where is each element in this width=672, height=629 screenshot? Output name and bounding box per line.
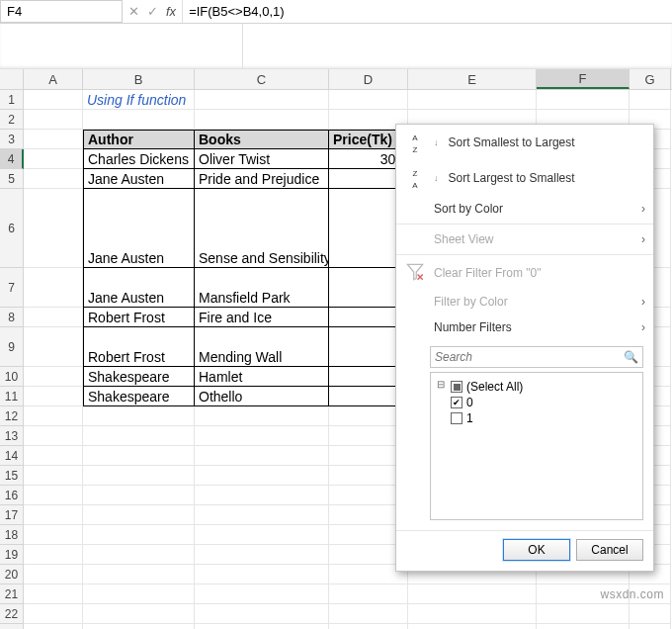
row-header-4[interactable]: 4 xyxy=(0,149,24,169)
sort-desc-item[interactable]: ZA ↓ Sort Largest to Smallest xyxy=(396,160,653,196)
filter-by-color-item: Filter by Color › xyxy=(396,289,653,314)
col-header-B[interactable]: B xyxy=(83,69,195,89)
name-box[interactable]: F4 xyxy=(0,0,123,23)
col-header-E[interactable]: E xyxy=(408,69,537,89)
accept-formula-icon[interactable]: ✓ xyxy=(147,4,158,19)
select-all-corner[interactable] xyxy=(0,69,24,89)
row-header-18[interactable]: 18 xyxy=(0,525,24,545)
filter-value-0[interactable]: 0 xyxy=(437,395,636,410)
filter-search[interactable]: 🔍 xyxy=(430,346,643,368)
checkbox-0[interactable] xyxy=(451,397,462,408)
table-cell[interactable]: Charles Dickens xyxy=(83,149,195,169)
col-header-D[interactable]: D xyxy=(329,69,408,89)
col-header-A[interactable]: A xyxy=(24,69,83,89)
row-header-23[interactable]: 23 xyxy=(0,624,24,629)
row-header-11[interactable]: 11 xyxy=(0,387,24,406)
col-header-G[interactable]: G xyxy=(630,69,671,89)
table-cell[interactable]: Fire and Ice xyxy=(195,308,329,327)
sort-desc-icon: ZA xyxy=(406,166,424,190)
select-all-label: (Select All) xyxy=(466,380,523,394)
number-filters-item[interactable]: Number Filters › xyxy=(396,314,653,340)
chevron-right-icon: › xyxy=(641,295,645,309)
sort-desc-label: Sort Largest to Smallest xyxy=(449,171,575,185)
sheet-view-label: Sheet View xyxy=(434,232,494,246)
checkbox-1[interactable] xyxy=(451,412,462,424)
collapse-icon[interactable] xyxy=(437,382,447,392)
chevron-right-icon: › xyxy=(641,232,645,246)
table-cell[interactable]: Mending Wall xyxy=(195,327,329,367)
sort-asc-item[interactable]: AZ ↓ Sort Smallest to Largest xyxy=(396,125,653,160)
table-cell[interactable]: Pride and Prejudice xyxy=(195,169,329,189)
row-header-15[interactable]: 15 xyxy=(0,466,24,486)
ok-button[interactable]: OK xyxy=(503,539,570,561)
number-filters-label: Number Filters xyxy=(434,320,512,334)
checkbox-select-all[interactable] xyxy=(451,381,462,393)
row-header-13[interactable]: 13 xyxy=(0,426,24,446)
row-header-19[interactable]: 19 xyxy=(0,545,24,565)
row-header-16[interactable]: 16 xyxy=(0,486,24,505)
column-headers: A B C D E F G xyxy=(0,69,672,90)
fx-icon[interactable]: fx xyxy=(166,4,176,19)
sheet-view-item: Sheet View › xyxy=(396,226,653,252)
filter-by-color-label: Filter by Color xyxy=(434,295,508,309)
page-title[interactable]: Using If function xyxy=(83,90,195,110)
table-cell[interactable]: Mansfield Park xyxy=(195,268,329,308)
row-header-7[interactable]: 7 xyxy=(0,268,24,308)
table-cell[interactable]: Jane Austen xyxy=(83,189,195,268)
table-cell[interactable]: Shakespeare xyxy=(83,367,195,387)
row-header-1[interactable]: 1 xyxy=(0,90,24,110)
filter-search-input[interactable] xyxy=(435,350,624,364)
col-header-F[interactable]: F xyxy=(537,69,630,89)
row-header-17[interactable]: 17 xyxy=(0,505,24,525)
row-header-20[interactable]: 20 xyxy=(0,565,24,584)
filter-value-0-label: 0 xyxy=(466,396,473,409)
sort-asc-icon: AZ xyxy=(406,131,424,154)
row-header-10[interactable]: 10 xyxy=(0,367,24,387)
row-header-8[interactable]: 8 xyxy=(0,308,24,327)
table-cell[interactable]: Oliver Twist xyxy=(195,149,329,169)
row-header-22[interactable]: 22 xyxy=(0,604,24,624)
th-books[interactable]: Books xyxy=(195,130,329,149)
clear-filter-label: Clear Filter From "0" xyxy=(434,266,542,280)
row-header-12[interactable]: 12 xyxy=(0,406,24,426)
row-header-3[interactable]: 3 xyxy=(0,130,24,149)
row-headers: 1 2 3 4 5 6 7 8 9 10 11 12 13 14 15 16 1… xyxy=(0,90,24,629)
table-cell[interactable]: Shakespeare xyxy=(83,387,195,406)
row-header-9[interactable]: 9 xyxy=(0,327,24,367)
sort-by-color-item[interactable]: Sort by Color › xyxy=(396,196,653,222)
cancel-button[interactable]: Cancel xyxy=(576,539,643,561)
table-cell[interactable]: Hamlet xyxy=(195,367,329,387)
row-header-14[interactable]: 14 xyxy=(0,446,24,466)
table-cell[interactable]: Jane Austen xyxy=(83,268,195,308)
watermark: wsxdn.com xyxy=(600,587,664,601)
chevron-right-icon: › xyxy=(641,202,645,216)
clear-filter-item: Clear Filter From "0" xyxy=(396,257,653,289)
th-author[interactable]: Author xyxy=(83,130,195,149)
table-cell[interactable]: Sense and Sensibility xyxy=(195,189,329,268)
filter-value-1[interactable]: 1 xyxy=(437,410,636,426)
filter-menu: AZ ↓ Sort Smallest to Largest ZA ↓ Sort … xyxy=(395,124,654,572)
cell-A1[interactable] xyxy=(24,90,83,110)
table-cell[interactable]: Jane Austen xyxy=(83,169,195,189)
formula-bar: F4 ✕ ✓ fx =IF(B5<>B4,0,1) xyxy=(0,0,672,24)
filter-value-1-label: 1 xyxy=(466,411,473,425)
row-header-5[interactable]: 5 xyxy=(0,169,24,189)
table-cell[interactable]: Robert Frost xyxy=(83,308,195,327)
table-cell[interactable]: Othello xyxy=(195,387,329,406)
row-header-21[interactable]: 21 xyxy=(0,584,24,604)
sort-by-color-label: Sort by Color xyxy=(434,202,503,216)
search-icon: 🔍 xyxy=(624,350,638,364)
clear-filter-icon xyxy=(406,263,424,283)
filter-values-tree[interactable]: (Select All) 0 1 xyxy=(430,372,643,520)
select-all-item[interactable]: (Select All) xyxy=(437,379,636,395)
sort-asc-label: Sort Smallest to Largest xyxy=(449,135,575,149)
chevron-right-icon: › xyxy=(641,320,645,334)
col-header-C[interactable]: C xyxy=(195,69,329,89)
formula-input[interactable]: =IF(B5<>B4,0,1) xyxy=(182,0,672,23)
cancel-formula-icon[interactable]: ✕ xyxy=(128,4,139,19)
table-cell[interactable]: Robert Frost xyxy=(83,327,195,367)
row-header-2[interactable]: 2 xyxy=(0,110,24,130)
row-header-6[interactable]: 6 xyxy=(0,189,24,268)
